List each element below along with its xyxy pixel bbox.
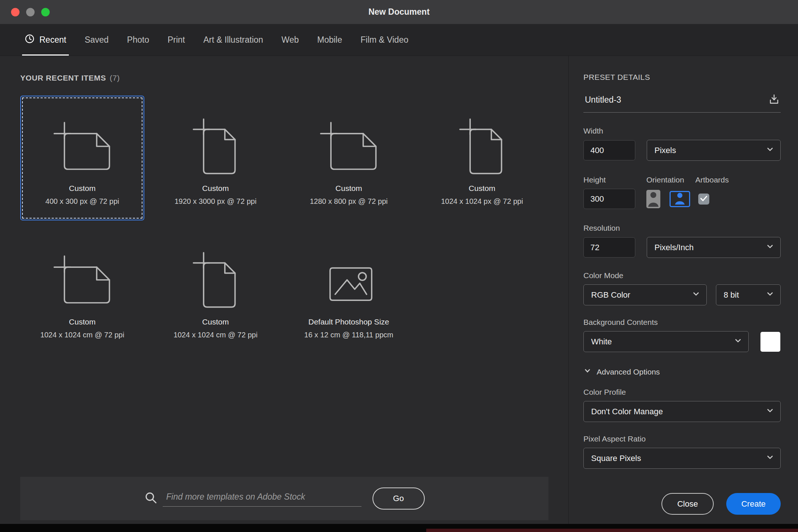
tab-label: Art & Illustration [204,35,263,45]
tab-print[interactable]: Print [158,24,194,56]
height-label: Height [583,175,646,184]
chevron-down-icon [766,145,774,156]
tab-film-video[interactable]: Film & Video [352,24,418,56]
chevron-down-icon [583,367,592,377]
recent-items-heading: YOUR RECENT ITEMS(7) [20,74,568,82]
minimize-window-button[interactable] [26,8,35,16]
image-icon [315,230,383,315]
preset-dimensions: 1024 x 1024 cm @ 72 ppi [173,331,257,339]
preset-name: Custom [469,184,495,193]
tab-art-illustration[interactable]: Art & Illustration [194,24,272,56]
preset-dimensions: 1280 x 800 px @ 72 ppi [310,197,388,206]
resolution-label: Resolution [583,224,781,233]
artboards-label: Artboards [695,175,729,184]
tab-saved[interactable]: Saved [75,24,118,56]
chevron-down-icon [766,290,774,301]
tab-label: Saved [85,35,109,45]
resolution-input[interactable] [583,237,635,258]
recent-items-area: YOUR RECENT ITEMS(7) Custom 400 x 300 px… [0,56,568,524]
preset-name: Default Photoshop Size [308,318,389,326]
color-profile-label: Color Profile [583,388,781,397]
width-label: Width [583,127,781,135]
preset-name: Custom [202,184,229,193]
recent-item-card[interactable]: Custom 1024 x 1024 cm @ 72 ppi [153,229,278,354]
preset-dimensions: 1024 x 1024 cm @ 72 ppi [40,331,124,339]
bottom-edge [0,524,798,532]
desktop-background-sliver [426,529,798,532]
color-mode-dropdown[interactable]: RGB Color [583,284,707,305]
page-landscape-icon [48,96,116,182]
chevron-down-icon [766,242,774,253]
recent-item-card[interactable]: Custom 1280 x 800 px @ 72 ppi [287,96,411,220]
page-portrait-icon [181,96,250,182]
search-icon [144,491,158,506]
document-name-input[interactable] [583,95,767,105]
background-color-swatch[interactable] [760,332,780,352]
pixel-aspect-ratio-label: Pixel Aspect Ratio [583,435,781,443]
checkmark-icon [699,194,709,205]
tab-label: Recent [39,35,66,45]
titlebar: New Document [0,0,798,24]
zoom-window-button[interactable] [41,8,50,16]
tab-web[interactable]: Web [272,24,308,56]
page-portrait-icon [448,96,516,182]
preset-name: Custom [69,318,95,326]
clock-icon [25,34,35,46]
resolution-unit-dropdown[interactable]: Pixels/Inch [647,237,781,258]
window-controls [11,8,50,16]
chevron-down-icon [734,336,742,347]
tab-label: Web [282,35,299,45]
page-landscape-icon [48,230,116,315]
chevron-down-icon [766,406,774,417]
close-window-button[interactable] [11,8,20,16]
tab-recent[interactable]: Recent [15,24,75,56]
go-button[interactable]: Go [372,487,425,510]
landscape-person-icon [671,191,689,206]
recent-items-grid: Custom 400 x 300 px @ 72 ppi Custom 1920… [20,96,568,354]
recent-item-card[interactable]: Custom 1024 x 1024 cm @ 72 ppi [20,229,144,354]
preset-name: Custom [202,318,229,326]
preset-name: Custom [69,184,95,193]
background-contents-label: Background Contents [583,318,781,327]
background-contents-dropdown[interactable]: White [583,331,749,352]
save-preset-button[interactable] [767,93,781,107]
bit-depth-dropdown[interactable]: 8 bit [716,284,781,305]
recent-items-count: (7) [110,74,120,82]
adobe-stock-search-bar: Go [20,477,548,520]
height-input[interactable] [583,189,635,209]
document-name-row [583,93,781,113]
tab-photo[interactable]: Photo [118,24,158,56]
portrait-person-icon [646,190,660,208]
preset-details-panel: PRESET DETAILS Width Pixels Height [568,56,798,524]
recent-item-card[interactable]: Custom 1920 x 3000 px @ 72 ppi [153,96,278,220]
orientation-label: Orientation [646,175,695,184]
recent-item-card[interactable]: Default Photoshop Size 16 x 12 cm @ 118,… [287,229,411,354]
color-profile-dropdown[interactable]: Don't Color Manage [583,401,781,422]
create-button[interactable]: Create [726,493,781,515]
preset-dimensions: 1920 x 3000 px @ 72 ppi [174,197,257,206]
tab-label: Film & Video [361,35,409,45]
width-unit-dropdown[interactable]: Pixels [647,140,781,161]
close-button[interactable]: Close [661,493,714,515]
width-input[interactable] [583,140,635,160]
pixel-aspect-ratio-dropdown[interactable]: Square Pixels [583,448,781,469]
preset-name: Custom [335,184,362,193]
chevron-down-icon [692,290,700,301]
new-document-dialog: New Document Recent Saved Photo Print Ar… [0,0,798,532]
tab-mobile[interactable]: Mobile [308,24,352,56]
preset-dimensions: 1024 x 1024 px @ 72 ppi [441,197,523,206]
page-portrait-icon [181,230,250,315]
color-mode-label: Color Mode [583,271,781,280]
stock-search-input[interactable] [163,490,361,507]
recent-item-card[interactable]: Custom 1024 x 1024 px @ 72 ppi [420,96,544,220]
tab-label: Mobile [317,35,342,45]
recent-item-card[interactable]: Custom 400 x 300 px @ 72 ppi [20,96,144,220]
preset-dimensions: 400 x 300 px @ 72 ppi [45,197,119,206]
window-title: New Document [368,7,430,17]
orientation-portrait-button[interactable] [646,190,660,208]
artboards-checkbox[interactable] [698,194,709,205]
tab-label: Print [167,35,185,45]
advanced-options-toggle[interactable]: Advanced Options [583,367,781,377]
orientation-landscape-button[interactable] [670,191,690,207]
tab-label: Photo [127,35,149,45]
